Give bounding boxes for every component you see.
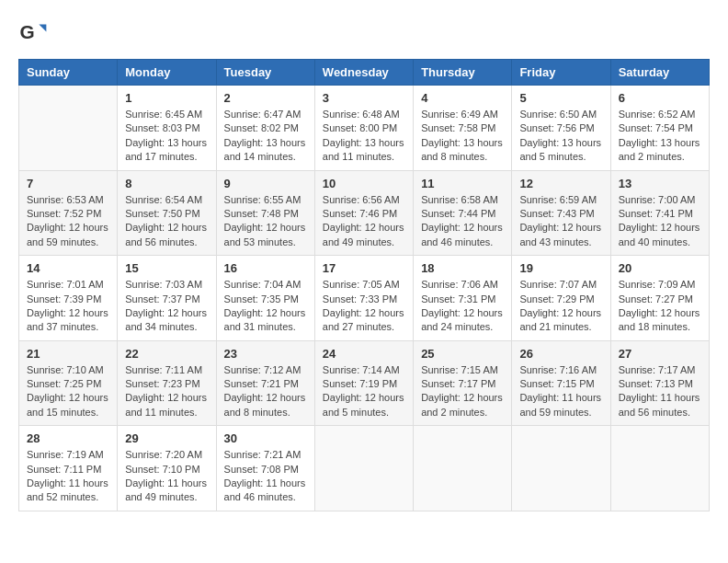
day-of-week-header: Wednesday xyxy=(314,60,413,86)
day-number: 14 xyxy=(27,261,109,275)
day-number: 30 xyxy=(224,431,307,445)
calendar-cell: 20Sunrise: 7:09 AMSunset: 7:27 PMDayligh… xyxy=(610,256,709,341)
calendar-cell: 1Sunrise: 6:45 AMSunset: 8:03 PMDaylight… xyxy=(118,86,216,171)
cell-content-line: and 21 minutes. xyxy=(519,320,602,334)
cell-content-line: and 46 minutes. xyxy=(224,490,307,504)
cell-content-line: and 5 minutes. xyxy=(519,150,602,164)
cell-content-line: Daylight: 12 hours xyxy=(27,391,109,405)
cell-content-line: Sunset: 7:54 PM xyxy=(619,121,701,135)
day-number: 19 xyxy=(519,261,602,275)
cell-content-line: Sunrise: 6:50 AM xyxy=(519,108,602,121)
day-of-week-header: Thursday xyxy=(414,60,512,86)
cell-content-line: Sunrise: 6:59 AM xyxy=(519,193,602,207)
logo: G xyxy=(18,18,51,48)
cell-content-line: Sunset: 7:31 PM xyxy=(421,293,504,306)
cell-content-line: and 8 minutes. xyxy=(421,150,504,164)
cell-content-line: Sunset: 8:00 PM xyxy=(323,121,405,135)
calendar-cell: 8Sunrise: 6:54 AMSunset: 7:50 PMDaylight… xyxy=(118,170,216,256)
cell-content-line: Daylight: 12 hours xyxy=(27,306,109,320)
cell-content-line: and 53 minutes. xyxy=(224,236,307,249)
cell-content-line: and 59 minutes. xyxy=(27,236,109,249)
cell-content-line: Sunset: 7:23 PM xyxy=(125,377,208,391)
day-number: 1 xyxy=(125,91,208,105)
calendar-cell: 7Sunrise: 6:53 AMSunset: 7:52 PMDaylight… xyxy=(19,170,118,256)
calendar-cell: 5Sunrise: 6:50 AMSunset: 7:56 PMDaylight… xyxy=(512,86,610,171)
cell-content-line: Daylight: 12 hours xyxy=(421,391,504,405)
cell-content-line: Sunrise: 7:07 AM xyxy=(519,278,602,292)
calendar-cell: 27Sunrise: 7:17 AMSunset: 7:13 PMDayligh… xyxy=(610,340,709,426)
day-number: 24 xyxy=(323,347,405,361)
day-of-week-header: Monday xyxy=(118,60,216,86)
day-number: 5 xyxy=(519,91,602,105)
cell-content-line: Sunset: 7:37 PM xyxy=(125,293,208,306)
calendar-cell: 12Sunrise: 6:59 AMSunset: 7:43 PMDayligh… xyxy=(512,170,610,256)
cell-content-line: Sunrise: 7:05 AM xyxy=(323,278,405,292)
cell-content-line: Daylight: 12 hours xyxy=(27,221,109,235)
cell-content-line: and 5 minutes. xyxy=(323,406,405,419)
cell-content-line: and 15 minutes. xyxy=(27,406,109,419)
cell-content-line: Sunrise: 6:56 AM xyxy=(323,193,405,207)
cell-content-line: Daylight: 12 hours xyxy=(323,391,405,405)
calendar-cell: 17Sunrise: 7:05 AMSunset: 7:33 PMDayligh… xyxy=(314,256,413,341)
cell-content-line: and 37 minutes. xyxy=(27,320,109,334)
day-number: 10 xyxy=(323,177,405,190)
cell-content-line: Daylight: 13 hours xyxy=(619,136,701,150)
cell-content-line: Daylight: 12 hours xyxy=(224,391,307,405)
day-number: 4 xyxy=(421,91,504,105)
calendar-cell xyxy=(314,426,413,511)
cell-content-line: Daylight: 12 hours xyxy=(519,221,602,235)
calendar-cell xyxy=(414,426,512,511)
day-number: 20 xyxy=(619,261,701,275)
cell-content-line: Sunrise: 6:52 AM xyxy=(619,108,701,121)
day-number: 21 xyxy=(27,347,109,361)
day-of-week-header: Tuesday xyxy=(216,60,314,86)
cell-content-line: Sunrise: 7:11 AM xyxy=(125,363,208,377)
cell-content-line: Sunrise: 7:20 AM xyxy=(125,448,208,462)
day-number: 12 xyxy=(519,177,602,190)
cell-content-line: and 11 minutes. xyxy=(125,406,208,419)
cell-content-line: Sunset: 7:48 PM xyxy=(224,207,307,221)
cell-content-line: Sunrise: 6:54 AM xyxy=(125,193,208,207)
cell-content-line: Sunrise: 7:12 AM xyxy=(224,363,307,377)
cell-content-line: Sunset: 7:08 PM xyxy=(224,463,307,477)
cell-content-line: Sunrise: 7:17 AM xyxy=(619,363,701,377)
cell-content-line: Sunrise: 7:09 AM xyxy=(619,278,701,292)
day-number: 26 xyxy=(519,347,602,361)
day-number: 25 xyxy=(421,347,504,361)
cell-content-line: Daylight: 12 hours xyxy=(421,306,504,320)
day-of-week-header: Sunday xyxy=(19,60,118,86)
cell-content-line: Sunrise: 6:55 AM xyxy=(224,193,307,207)
calendar-week-row: 21Sunrise: 7:10 AMSunset: 7:25 PMDayligh… xyxy=(19,340,710,426)
cell-content-line: Sunrise: 7:15 AM xyxy=(421,363,504,377)
cell-content-line: Daylight: 12 hours xyxy=(323,221,405,235)
cell-content-line: Sunrise: 7:00 AM xyxy=(619,193,701,207)
cell-content-line: and 56 minutes. xyxy=(125,236,208,249)
calendar-cell: 6Sunrise: 6:52 AMSunset: 7:54 PMDaylight… xyxy=(610,86,709,171)
cell-content-line: Sunset: 7:15 PM xyxy=(519,377,602,391)
cell-content-line: Sunrise: 6:58 AM xyxy=(421,193,504,207)
day-number: 3 xyxy=(323,91,405,105)
cell-content-line: Daylight: 11 hours xyxy=(619,391,701,405)
cell-content-line: and 40 minutes. xyxy=(619,236,701,249)
calendar-cell xyxy=(19,86,118,171)
cell-content-line: and 59 minutes. xyxy=(519,406,602,419)
day-of-week-header: Friday xyxy=(512,60,610,86)
cell-content-line: and 46 minutes. xyxy=(421,236,504,249)
cell-content-line: Sunset: 7:52 PM xyxy=(27,207,109,221)
cell-content-line: Sunset: 7:29 PM xyxy=(519,293,602,306)
cell-content-line: Sunrise: 7:10 AM xyxy=(27,363,109,377)
cell-content-line: Daylight: 11 hours xyxy=(519,391,602,405)
calendar-cell: 22Sunrise: 7:11 AMSunset: 7:23 PMDayligh… xyxy=(118,340,216,426)
calendar-cell: 23Sunrise: 7:12 AMSunset: 7:21 PMDayligh… xyxy=(216,340,314,426)
calendar-cell: 16Sunrise: 7:04 AMSunset: 7:35 PMDayligh… xyxy=(216,256,314,341)
cell-content-line: Sunrise: 6:49 AM xyxy=(421,108,504,121)
cell-content-line: Daylight: 11 hours xyxy=(27,477,109,490)
calendar-cell: 30Sunrise: 7:21 AMSunset: 7:08 PMDayligh… xyxy=(216,426,314,511)
cell-content-line: and 49 minutes. xyxy=(125,490,208,504)
calendar-week-row: 28Sunrise: 7:19 AMSunset: 7:11 PMDayligh… xyxy=(19,426,710,511)
day-number: 2 xyxy=(224,91,307,105)
cell-content-line: Daylight: 12 hours xyxy=(421,221,504,235)
cell-content-line: Sunset: 7:13 PM xyxy=(619,377,701,391)
cell-content-line: Sunrise: 7:01 AM xyxy=(27,278,109,292)
cell-content-line: Sunset: 7:17 PM xyxy=(421,377,504,391)
